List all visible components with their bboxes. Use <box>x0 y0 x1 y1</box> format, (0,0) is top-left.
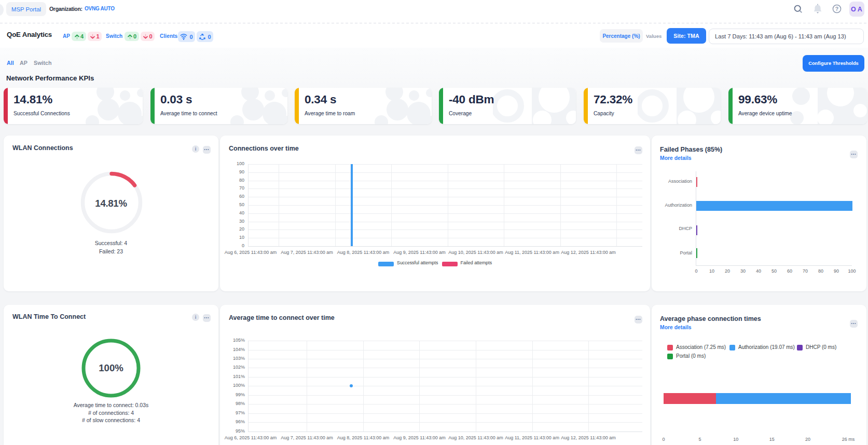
svg-text:?: ? <box>835 6 838 12</box>
